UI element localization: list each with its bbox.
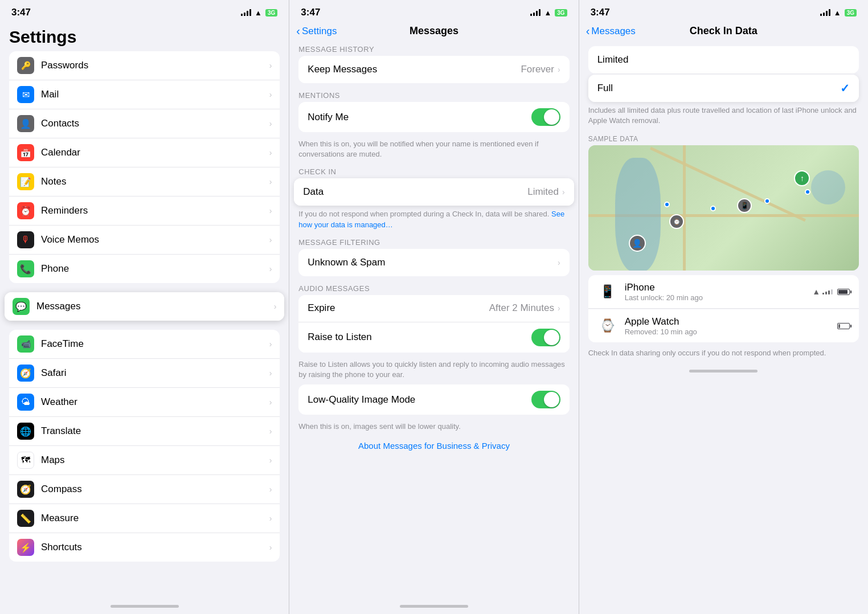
chevron-icon: › xyxy=(269,90,272,99)
chevron-icon: › xyxy=(269,119,272,128)
messages-label: Messages xyxy=(36,301,274,312)
chevron-icon: › xyxy=(269,177,272,186)
apple-watch-device-row: ⌚ Apple Watch Removed: 10 min ago xyxy=(588,309,859,342)
data-desc: If you do not respond when prompted duri… xyxy=(289,207,578,234)
wifi-status-icon: ▲ xyxy=(812,287,820,296)
unknown-spam-label: Unknown & Spam xyxy=(308,257,558,268)
settings-item-phone[interactable]: 📞 Phone › xyxy=(9,255,280,283)
low-quality-group: Low-Quality Image Mode xyxy=(298,384,569,415)
footer-text: Check In data sharing only occurs if you… xyxy=(579,343,868,363)
notes-label: Notes xyxy=(41,176,269,187)
chevron-icon: › xyxy=(269,456,272,465)
settings-item-messages[interactable]: 💬 Messages › xyxy=(5,292,284,321)
back-button-checkin[interactable]: ‹ Messages xyxy=(586,24,636,38)
chevron-icon: › xyxy=(558,65,560,74)
notes-icon: 📝 xyxy=(17,173,34,190)
status-icons-2: ▲ 3G xyxy=(530,9,567,17)
back-chevron-icon: ‹ xyxy=(296,24,300,38)
passwords-label: Passwords xyxy=(41,60,269,71)
data-item[interactable]: Data Limited › xyxy=(294,178,574,206)
settings-item-facetime[interactable]: 📹 FaceTime › xyxy=(9,330,280,359)
measure-icon: 📏 xyxy=(17,510,34,527)
full-desc: Includes all limited data plus route tra… xyxy=(579,103,868,130)
settings-item-passwords[interactable]: 🔑 Passwords › xyxy=(9,51,280,80)
mail-icon: ✉ xyxy=(17,86,34,103)
settings-item-mail[interactable]: ✉ Mail › xyxy=(9,80,280,109)
keep-messages-value: Forever xyxy=(521,64,554,75)
expire-label: Expire xyxy=(308,302,489,314)
measure-label: Measure xyxy=(41,513,269,524)
settings-item-contacts[interactable]: 👤 Contacts › xyxy=(9,109,280,138)
weather-label: Weather xyxy=(41,396,269,408)
settings-item-safari[interactable]: 🧭 Safari › xyxy=(9,359,280,388)
settings-item-notes[interactable]: 📝 Notes › xyxy=(9,167,280,197)
data-value: Limited xyxy=(527,186,559,198)
settings-item-calendar[interactable]: 📅 Calendar › xyxy=(9,138,280,167)
expire-value: After 2 Minutes xyxy=(489,302,554,314)
keep-messages-label: Keep Messages xyxy=(308,64,521,75)
chevron-icon: › xyxy=(558,304,560,313)
settings-item-shortcuts[interactable]: ⚡ Shortcuts › xyxy=(9,533,280,562)
limited-label: Limited xyxy=(597,54,850,66)
back-label-messages: Settings xyxy=(302,26,337,37)
chevron-icon: › xyxy=(269,514,272,523)
chevron-icon: › xyxy=(562,187,565,197)
messages-icon: 💬 xyxy=(13,298,30,315)
nav-bar-messages: ‹ Settings Messages xyxy=(289,23,578,42)
low-quality-toggle[interactable] xyxy=(531,391,560,408)
section-header-mentions: MENTIONS xyxy=(289,88,578,102)
chevron-icon: › xyxy=(274,302,277,311)
nav-title-messages: Messages xyxy=(410,25,458,37)
raise-listen-toggle[interactable] xyxy=(531,329,560,346)
full-label: Full xyxy=(597,83,840,94)
about-link[interactable]: About Messages for Business & Privacy xyxy=(289,436,578,455)
expire-item[interactable]: Expire After 2 Minutes › xyxy=(298,295,569,322)
low-quality-item[interactable]: Low-Quality Image Mode xyxy=(298,384,569,415)
raise-listen-label: Raise to Listen xyxy=(308,331,531,343)
watch-battery-icon xyxy=(837,323,850,329)
signal-status-icon xyxy=(822,289,833,294)
reminders-icon: ⏰ xyxy=(17,202,34,219)
settings-list: 🔑 Passwords › ✉ Mail › 👤 Contacts › xyxy=(0,51,289,598)
settings-item-maps[interactable]: 🗺 Maps › xyxy=(9,446,280,475)
safari-icon: 🧭 xyxy=(17,365,34,382)
shortcuts-label: Shortcuts xyxy=(41,542,269,553)
settings-item-voicememos[interactable]: 🎙 Voice Memos › xyxy=(9,226,280,255)
compass-icon: 🧭 xyxy=(17,481,34,498)
status-time-1: 3:47 xyxy=(11,7,31,18)
wifi-icon-2: ▲ xyxy=(544,9,551,17)
unknown-spam-item[interactable]: Unknown & Spam › xyxy=(298,249,569,276)
settings-item-weather[interactable]: 🌤 Weather › xyxy=(9,388,280,417)
notify-me-item[interactable]: Notify Me xyxy=(298,102,569,132)
wifi-icon-1: ▲ xyxy=(255,9,262,17)
maps-icon: 🗺 xyxy=(17,452,34,469)
iphone-icon: 📱 xyxy=(597,281,618,302)
settings-item-compass[interactable]: 🧭 Compass › xyxy=(9,475,280,504)
back-label-checkin: Messages xyxy=(591,26,635,37)
settings-item-reminders[interactable]: ⏰ Reminders › xyxy=(9,197,280,226)
passwords-icon: 🔑 xyxy=(17,57,34,74)
keep-messages-item[interactable]: Keep Messages Forever › xyxy=(298,56,569,83)
phone-label: Phone xyxy=(41,263,269,275)
settings-item-translate[interactable]: 🌐 Translate › xyxy=(9,417,280,446)
limited-option-item[interactable]: Limited xyxy=(588,46,859,73)
notify-me-toggle[interactable] xyxy=(531,108,560,126)
home-indicator-2 xyxy=(289,598,578,614)
map-pin-green: ↑ xyxy=(794,170,810,186)
maps-label: Maps xyxy=(41,455,269,466)
weather-icon: 🌤 xyxy=(17,394,34,411)
settings-item-measure[interactable]: 📏 Measure › xyxy=(9,504,280,533)
back-button-messages[interactable]: ‹ Settings xyxy=(296,24,337,38)
battery-status-icon xyxy=(837,289,850,295)
raise-listen-desc: Raise to Listen allows you to quickly li… xyxy=(289,357,578,384)
full-option-item[interactable]: Full ✓ xyxy=(588,75,859,102)
back-chevron-icon-3: ‹ xyxy=(586,24,590,38)
translate-label: Translate xyxy=(41,425,269,437)
raise-listen-item[interactable]: Raise to Listen xyxy=(298,322,569,353)
status-time-2: 3:47 xyxy=(301,7,320,18)
chevron-icon: › xyxy=(269,339,272,349)
low-quality-desc: When this is on, images sent will be low… xyxy=(289,419,578,436)
iphone-device-row: 📱 iPhone Last unlock: 20 min ago ▲ xyxy=(588,275,859,309)
watch-status-icons xyxy=(835,323,850,329)
translate-icon: 🌐 xyxy=(17,423,34,440)
